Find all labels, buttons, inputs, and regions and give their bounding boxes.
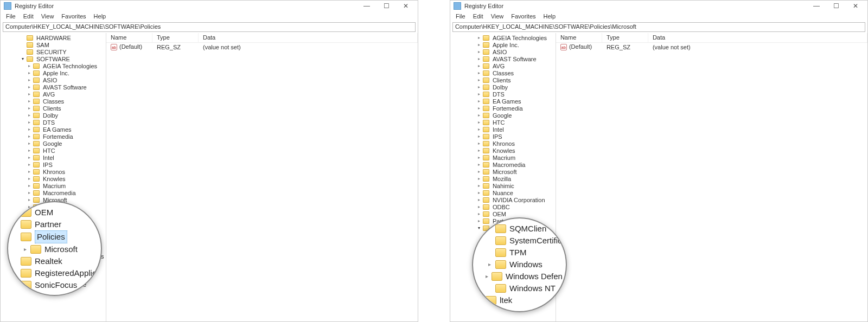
tree-node[interactable]: ▸Microsoft xyxy=(1,239,106,246)
expand-icon[interactable]: ▸ xyxy=(483,247,488,252)
expand-icon[interactable]: ▸ xyxy=(27,211,32,216)
tree-node[interactable]: ▸EA Games xyxy=(450,98,556,105)
col-type[interactable]: Type xyxy=(602,33,648,42)
menu-favorites[interactable]: Favorites xyxy=(508,13,539,20)
expand-icon[interactable]: ▸ xyxy=(483,254,488,259)
expand-icon[interactable]: ▸ xyxy=(476,176,482,181)
tree-node[interactable]: ▸Partner xyxy=(1,224,106,231)
expand-icon[interactable]: ▸ xyxy=(483,261,488,266)
expand-icon[interactable]: ▸ xyxy=(476,141,482,146)
expand-icon[interactable]: ▸ xyxy=(27,141,32,146)
tree-node[interactable]: ▸TPM xyxy=(450,246,556,253)
menu-view[interactable]: View xyxy=(38,13,58,20)
collapse-icon[interactable]: ▾ xyxy=(27,233,32,237)
expand-icon[interactable]: ▸ xyxy=(27,268,32,273)
tree-node[interactable]: ▸ODBC xyxy=(450,203,556,210)
expand-icon[interactable]: ▸ xyxy=(27,162,32,167)
expand-icon[interactable]: ▸ xyxy=(27,127,32,132)
menu-view[interactable]: View xyxy=(488,13,507,20)
tree-pane[interactable]: ▸AGEIA Technologies▸Apple Inc.▸ASIO▸AVAS… xyxy=(450,33,556,321)
tree-node[interactable]: ▸Macrium xyxy=(450,154,556,161)
address-bar[interactable]: Computer\HKEY_LOCAL_MACHINE\SOFTWARE\Pol… xyxy=(452,22,865,32)
expand-icon[interactable]: ▸ xyxy=(27,176,32,181)
tree-node[interactable]: ▸Classes xyxy=(1,98,106,105)
expand-icon[interactable]: ▸ xyxy=(27,275,32,280)
tree-node[interactable]: ▸NVIDIA Corporation xyxy=(450,196,556,203)
expand-icon[interactable]: ▸ xyxy=(27,169,32,174)
tree-node[interactable]: ▸Microsoft xyxy=(1,196,106,203)
menu-file[interactable]: File xyxy=(452,13,469,20)
expand-icon[interactable]: ▸ xyxy=(483,240,488,244)
expand-icon[interactable]: ▸ xyxy=(476,42,482,47)
expand-icon[interactable]: ▸ xyxy=(476,92,482,96)
tree-node[interactable]: ▸Partner xyxy=(450,217,556,224)
tree-node[interactable]: ▾Policies xyxy=(1,231,106,239)
tree-node[interactable]: ▸Realtek xyxy=(450,274,556,281)
tree-node[interactable]: ▸HTC xyxy=(450,119,556,126)
tree-node[interactable]: ▸SonicFocus xyxy=(1,260,106,267)
tree-node[interactable]: ▸Clients xyxy=(450,76,556,83)
tree-pane[interactable]: HARDWARESAMSECURITY▾SOFTWARE▸AGEIA Techn… xyxy=(1,33,106,321)
tree-node[interactable]: ▸Knowles xyxy=(1,175,106,182)
tree-node[interactable]: ▸Dolby xyxy=(1,112,106,119)
expand-icon[interactable]: ▸ xyxy=(27,99,32,104)
tree-node[interactable]: ▸Nahimic xyxy=(1,210,106,217)
tree-node[interactable]: ▸VB-Audio xyxy=(1,267,106,274)
menu-help[interactable]: Help xyxy=(540,13,559,20)
tree-node[interactable]: ▸Waves Audio xyxy=(1,274,106,281)
col-type[interactable]: Type xyxy=(152,33,199,42)
tree-node[interactable]: ▸Apple Inc. xyxy=(1,69,106,76)
tree-node[interactable]: ▸Intel xyxy=(450,126,556,133)
expand-icon[interactable]: ▸ xyxy=(476,162,482,167)
tree-node[interactable]: ▸HTC xyxy=(1,147,106,154)
expand-icon[interactable]: ▸ xyxy=(476,197,482,202)
tree-node[interactable]: SAM xyxy=(1,41,106,48)
expand-icon[interactable]: ▸ xyxy=(27,183,32,188)
tree-node[interactable]: ▸Apple Inc. xyxy=(450,41,556,48)
expand-icon[interactable]: ▸ xyxy=(476,70,482,75)
expand-icon[interactable]: ▸ xyxy=(27,218,32,223)
expand-icon[interactable]: ▸ xyxy=(476,204,482,209)
tree-node[interactable]: ▸AVG xyxy=(450,62,556,69)
tree-node[interactable]: ▸OEM xyxy=(450,210,556,217)
tree-node[interactable]: ▸Knowles xyxy=(450,147,556,154)
maximize-button[interactable]: ☐ xyxy=(826,1,846,11)
tree-node[interactable]: ▾SOFTWARE xyxy=(1,55,106,62)
tree-node[interactable]: ▸Windows NT xyxy=(450,267,556,274)
expand-icon[interactable]: ▸ xyxy=(476,56,482,61)
expand-icon[interactable]: ▸ xyxy=(476,148,482,153)
expand-icon[interactable]: ▸ xyxy=(476,85,482,89)
tree-node[interactable]: ▸IPS xyxy=(1,161,106,168)
expand-icon[interactable]: ▸ xyxy=(476,113,482,118)
tree-node[interactable]: ▸DTS xyxy=(1,119,106,126)
expand-icon[interactable]: ▸ xyxy=(476,35,482,40)
close-button[interactable]: ✕ xyxy=(846,1,865,11)
expand-icon[interactable]: ▸ xyxy=(476,106,482,111)
tree-node[interactable]: ▸WOW6432Node xyxy=(1,281,106,288)
expand-icon[interactable]: ▸ xyxy=(483,233,488,237)
expand-icon[interactable]: ▸ xyxy=(476,155,482,160)
expand-icon[interactable]: ▸ xyxy=(27,261,32,266)
tree-node[interactable]: ▸IPS xyxy=(450,133,556,140)
tree-node[interactable]: ▸Clients xyxy=(1,105,106,112)
menu-favorites[interactable]: Favorites xyxy=(58,13,89,20)
menu-edit[interactable]: Edit xyxy=(470,13,487,20)
address-bar[interactable]: Computer\HKEY_LOCAL_MACHINE\SOFTWARE\Pol… xyxy=(3,22,416,32)
tree-node[interactable]: ▸RegisteredApplications xyxy=(1,253,106,260)
expand-icon[interactable]: ▸ xyxy=(27,120,32,125)
tree-node[interactable]: ▸SQMClient xyxy=(450,231,556,239)
expand-icon[interactable]: ▸ xyxy=(27,63,32,68)
expand-icon[interactable]: ▸ xyxy=(476,218,482,223)
tree-node[interactable]: ▸SystemCertificates xyxy=(450,239,556,246)
expand-icon[interactable]: ▸ xyxy=(27,155,32,160)
tree-node[interactable]: ▸Mozilla xyxy=(1,203,106,210)
maximize-button[interactable]: ☐ xyxy=(376,1,396,11)
expand-icon[interactable]: ▸ xyxy=(27,148,32,153)
tree-node[interactable]: ▸Macrium xyxy=(1,182,106,189)
expand-icon[interactable]: ▸ xyxy=(476,49,482,54)
expand-icon[interactable]: ▸ xyxy=(476,183,482,188)
expand-icon[interactable]: ▸ xyxy=(27,247,32,252)
tree-node[interactable]: ▸Classes xyxy=(450,69,556,76)
expand-icon[interactable]: ▸ xyxy=(476,190,482,195)
expand-icon[interactable]: ▸ xyxy=(27,134,32,139)
